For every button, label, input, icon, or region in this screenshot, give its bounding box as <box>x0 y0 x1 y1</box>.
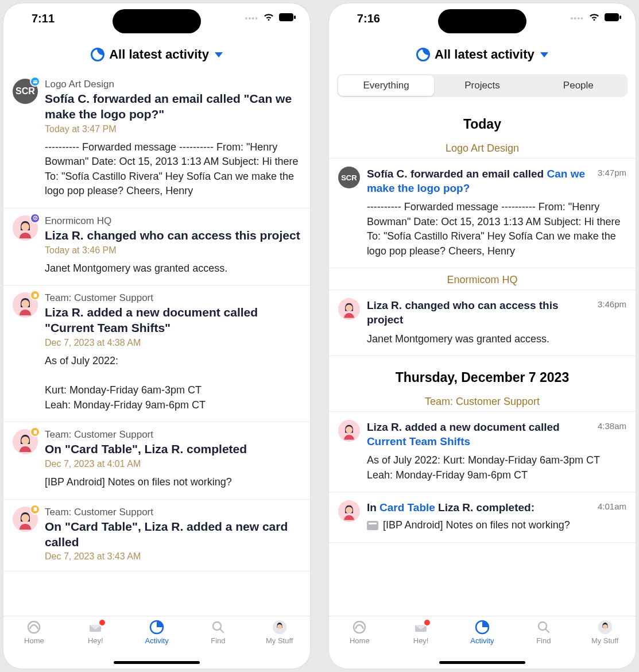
avatar-icon <box>272 620 288 635</box>
svg-point-10 <box>21 437 29 445</box>
activity-time: 3:47pm <box>598 167 626 177</box>
activity-item[interactable]: Liza R. changed who can access this proj… <box>329 290 636 356</box>
activity-title: On "Card Table", Liza R. added a new car… <box>45 519 301 550</box>
activity-time: 4:38am <box>598 420 626 431</box>
activity-item[interactable]: Team: Customer Support On "Card Table", … <box>3 422 310 499</box>
avatar <box>13 507 38 532</box>
tab-label: My Stuff <box>266 636 293 645</box>
activity-item[interactable]: In Card Table Liza R. completed: 4:01am … <box>329 492 636 543</box>
tab-mystuff[interactable]: My Stuff <box>249 620 310 669</box>
avatar <box>13 292 38 318</box>
status-time: 7:16 <box>343 12 394 25</box>
notch <box>438 9 526 33</box>
project-name: Team: Customer Support <box>45 507 301 518</box>
notch <box>113 9 201 33</box>
svg-point-13 <box>21 514 29 522</box>
project-name: Enormicom HQ <box>45 215 301 227</box>
activity-filter-button[interactable]: All latest activity <box>416 47 548 62</box>
svg-point-4 <box>21 223 29 231</box>
status-right: •••• <box>570 13 622 24</box>
home-indicator[interactable] <box>439 661 525 664</box>
cellular-dots-icon: •••• <box>245 14 259 23</box>
project-section-header[interactable]: Team: Customer Support <box>329 390 636 412</box>
avatar: SCR <box>13 79 38 104</box>
activity-title: Liza R. added a new document called Curr… <box>367 420 592 449</box>
svg-rect-22 <box>619 16 621 19</box>
tab-label: Find <box>211 636 225 645</box>
segment-everything[interactable]: Everything <box>338 75 434 96</box>
svg-point-20 <box>277 624 282 629</box>
project-name: Team: Customer Support <box>45 292 301 304</box>
tab-home[interactable]: Home <box>329 620 390 669</box>
day-header: Thursday, December 7 2023 <box>329 356 636 390</box>
activity-link[interactable]: Card Table <box>379 501 435 513</box>
activity-link[interactable]: Can we make the logo pop? <box>367 168 585 194</box>
tab-label: Find <box>536 636 551 645</box>
svg-point-15 <box>28 621 40 633</box>
battery-icon <box>605 13 622 24</box>
avatar-badge-icon <box>30 427 40 437</box>
tab-label: Home <box>24 636 44 645</box>
project-section-header[interactable]: Logo Art Design <box>329 137 636 159</box>
activity-item[interactable]: Team: Customer Support Liza R. added a n… <box>3 285 310 422</box>
activity-excerpt: As of July 2022: Kurt: Monday-Friday 6am… <box>367 453 626 482</box>
home-indicator[interactable] <box>114 661 200 664</box>
segmented-control[interactable]: EverythingProjectsPeople <box>337 74 628 97</box>
phone-left: 7:11 •••• All latest activity SCR Logo A… <box>3 3 310 669</box>
svg-rect-21 <box>605 13 619 21</box>
activity-link[interactable]: Current Team Shifts <box>367 435 470 447</box>
status-bar: 7:16 •••• <box>329 3 636 33</box>
svg-point-24 <box>346 305 353 312</box>
svg-line-18 <box>220 629 223 632</box>
activity-title: In Card Table Liza R. completed: <box>367 500 535 515</box>
svg-rect-14 <box>33 508 36 511</box>
tab-mystuff[interactable]: My Stuff <box>574 620 636 669</box>
avatar <box>13 215 38 241</box>
activity-item[interactable]: Enormicom HQ Liza R. changed who can acc… <box>3 208 310 285</box>
header-title: All latest activity <box>435 47 535 62</box>
page-header: All latest activity <box>3 33 310 72</box>
activity-filter-button[interactable]: All latest activity <box>91 47 223 62</box>
home-icon <box>26 620 42 635</box>
activity-time: Dec 7, 2023 at 3:43 AM <box>45 551 301 562</box>
activity-excerpt: Janet Montgomery was granted access. <box>367 332 626 347</box>
activity-excerpt: ---------- Forwarded message ---------- … <box>367 200 626 258</box>
activity-icon <box>149 620 165 635</box>
activity-title: Sofía C. forwarded an email called "Can … <box>45 91 301 122</box>
avatar <box>338 420 360 442</box>
segment-projects[interactable]: Projects <box>434 75 530 96</box>
project-section-header[interactable]: Enormicom HQ <box>329 268 636 290</box>
clock-icon <box>91 48 104 61</box>
avatar-badge-icon <box>30 504 40 515</box>
activity-item[interactable]: SCR Logo Art Design Sofía C. forwarded a… <box>3 72 310 208</box>
status-time: 7:11 <box>17 12 69 25</box>
activity-item[interactable]: SCR Sofía C. forwarded an email called C… <box>329 159 636 268</box>
activity-excerpt: ---------- Forwarded message ---------- … <box>45 140 301 199</box>
status-right: •••• <box>245 13 297 24</box>
page-header: All latest activity <box>329 33 636 72</box>
svg-point-29 <box>354 621 365 633</box>
svg-point-26 <box>346 426 353 433</box>
svg-rect-1 <box>294 16 296 19</box>
project-name: Logo Art Design <box>45 79 301 90</box>
activity-item[interactable]: Team: Customer Support On "Card Table", … <box>3 499 310 572</box>
activity-time: Dec 7, 2023 at 4:01 AM <box>45 459 301 469</box>
activity-time: Dec 7, 2023 at 4:38 AM <box>45 338 301 348</box>
tab-home[interactable]: Home <box>3 620 65 669</box>
avatar-badge-icon <box>30 213 40 223</box>
activity-feed[interactable]: TodayLogo Art Design SCR Sofía C. forwar… <box>329 103 636 616</box>
clock-icon <box>416 48 430 61</box>
activity-item[interactable]: Liza R. added a new document called Curr… <box>329 412 636 492</box>
avatar-badge-icon <box>30 290 40 300</box>
wifi-icon <box>263 13 274 24</box>
battery-icon <box>279 13 296 24</box>
svg-point-28 <box>346 507 353 514</box>
card-icon <box>367 521 378 530</box>
avatar-icon <box>598 620 612 634</box>
activity-feed[interactable]: SCR Logo Art Design Sofía C. forwarded a… <box>3 72 310 616</box>
tab-label: Activity <box>145 636 168 645</box>
activity-card[interactable]: [IBP Android] Notes on files not working… <box>367 518 626 533</box>
activity-title: Liza R. changed who can access this proj… <box>367 298 592 327</box>
segment-people[interactable]: People <box>530 75 626 96</box>
avatar: SCR <box>338 167 360 188</box>
